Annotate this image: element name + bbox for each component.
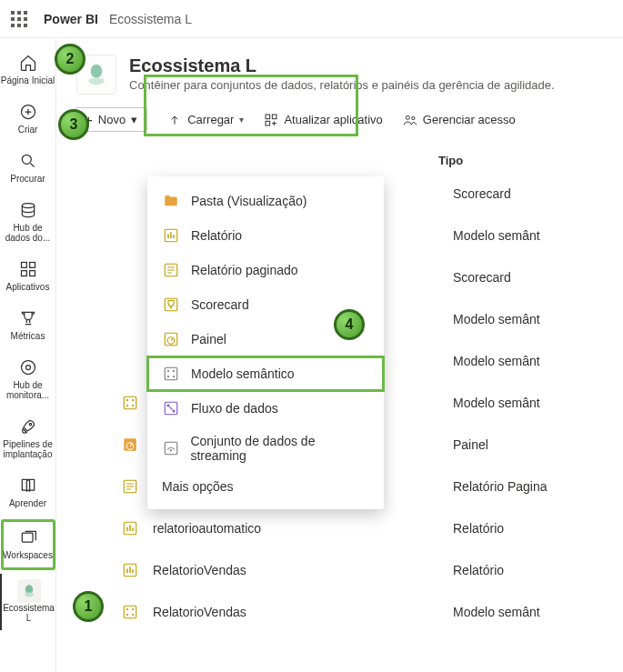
- svg-point-38: [173, 370, 175, 372]
- paginated-report-icon: [120, 476, 140, 496]
- semantic-model-icon: [120, 351, 140, 371]
- apps-icon: [18, 259, 38, 279]
- nav-monitorhub[interactable]: Hub de monitora...: [1, 352, 55, 407]
- svg-point-39: [167, 376, 169, 377]
- semantic-model-icon: [120, 309, 140, 329]
- trophy-icon: [18, 308, 38, 328]
- svg-point-20: [132, 405, 134, 406]
- nav-browse[interactable]: Procurar: [1, 145, 55, 191]
- report-icon: [120, 518, 140, 538]
- upload-icon: [167, 113, 182, 127]
- svg-rect-13: [266, 121, 270, 125]
- plus-icon: +: [85, 112, 93, 127]
- svg-point-29: [126, 614, 128, 616]
- svg-point-45: [170, 449, 172, 451]
- workspace-thumb-icon: [76, 55, 116, 95]
- svg-point-18: [132, 399, 134, 401]
- svg-point-28: [132, 608, 134, 610]
- menu-report[interactable]: Relatório: [147, 218, 384, 253]
- book-icon: [18, 476, 38, 496]
- app-launcher-icon[interactable]: [11, 11, 27, 27]
- chevron-down-icon: ▾: [239, 115, 244, 125]
- svg-rect-44: [165, 442, 177, 455]
- svg-point-14: [406, 115, 409, 119]
- rocket-icon: [18, 416, 38, 436]
- menu-dashboard[interactable]: Painel: [147, 322, 384, 356]
- workspace-description: Contêiner para conjuntos de dados, relat…: [129, 78, 555, 92]
- nav-pipelines[interactable]: Pipelines de implantação: [1, 411, 55, 466]
- svg-rect-5: [21, 271, 26, 276]
- svg-point-43: [173, 410, 176, 413]
- workspace-avatar-icon: [17, 579, 41, 603]
- menu-folder[interactable]: Pasta (Visualização): [147, 184, 384, 218]
- menu-semantic-model[interactable]: Modelo semântico: [147, 356, 384, 391]
- paginated-report-icon: [162, 261, 180, 279]
- svg-rect-11: [266, 115, 270, 119]
- update-app-button[interactable]: Atualizar aplicativo: [264, 113, 382, 127]
- svg-point-30: [132, 614, 134, 616]
- nav-metrics[interactable]: Métricas: [1, 303, 55, 348]
- svg-point-19: [126, 405, 128, 406]
- people-icon: [403, 113, 417, 127]
- new-button[interactable]: + Novo ▾: [75, 107, 147, 132]
- svg-point-42: [167, 405, 170, 407]
- svg-point-7: [21, 361, 35, 375]
- nav-learn[interactable]: Aprender: [1, 470, 55, 516]
- svg-point-9: [29, 423, 32, 426]
- home-icon: [18, 53, 38, 73]
- svg-rect-26: [124, 606, 136, 618]
- svg-rect-3: [21, 263, 26, 268]
- semantic-model-icon: [120, 393, 140, 413]
- table-row[interactable]: RelatorioVendasModelo semânt: [56, 591, 623, 633]
- menu-streaming-dataset[interactable]: Conjunto de dados de streaming: [147, 426, 384, 471]
- col-header-type[interactable]: Tipo: [438, 154, 605, 167]
- chevron-down-icon: ▾: [131, 113, 137, 126]
- streaming-icon: [162, 439, 179, 457]
- folder-icon: [162, 192, 180, 210]
- menu-scorecard[interactable]: Scorecard: [147, 287, 384, 322]
- svg-point-8: [25, 366, 30, 370]
- report-icon: [120, 560, 140, 580]
- breadcrumb-current[interactable]: Ecossistema L: [109, 12, 192, 26]
- dataflow-icon: [162, 399, 180, 417]
- side-nav: Página Inicial Criar Procurar Hub de dad…: [0, 38, 56, 672]
- svg-rect-12: [273, 115, 277, 119]
- col-header-name[interactable]: [75, 154, 438, 167]
- report-icon: [162, 226, 180, 245]
- svg-point-17: [126, 399, 128, 401]
- brand-label: Power BI: [44, 12, 98, 26]
- datahub-icon: [18, 200, 38, 220]
- nav-current-workspace[interactable]: Ecossistema L: [0, 574, 56, 630]
- nav-home[interactable]: Página Inicial: [1, 47, 55, 93]
- dashboard-icon: [120, 435, 140, 455]
- manage-access-button[interactable]: Gerenciar acesso: [403, 113, 516, 127]
- dashboard-icon: [162, 330, 180, 348]
- svg-point-27: [126, 608, 128, 610]
- semantic-model-icon: [120, 602, 140, 622]
- svg-point-1: [22, 155, 31, 164]
- nav-workspaces[interactable]: Workspaces: [1, 519, 55, 570]
- svg-point-15: [411, 116, 414, 119]
- menu-more-options[interactable]: Mais opções: [147, 471, 384, 502]
- nav-apps[interactable]: Aplicativos: [1, 254, 55, 299]
- semantic-model-icon: [120, 226, 140, 246]
- table-row[interactable]: relatorioautomaticoRelatório: [56, 507, 623, 549]
- scorecard-icon: [162, 296, 180, 314]
- table-row[interactable]: RelatorioVendasRelatório: [56, 549, 623, 591]
- svg-rect-4: [29, 263, 35, 268]
- nav-create[interactable]: Criar: [1, 96, 55, 142]
- svg-point-2: [22, 204, 34, 208]
- svg-point-40: [173, 376, 175, 377]
- workspaces-icon: [18, 527, 38, 547]
- svg-rect-6: [29, 271, 35, 276]
- menu-paginated-report[interactable]: Relatório paginado: [147, 253, 384, 287]
- svg-rect-10: [22, 533, 33, 542]
- upload-button[interactable]: Carregar ▾: [167, 113, 244, 127]
- scorecard-icon: [120, 184, 140, 204]
- nav-datahub[interactable]: Hub de dados do...: [1, 195, 55, 250]
- search-icon: [18, 151, 38, 171]
- menu-dataflow[interactable]: Fluxo de dados: [147, 391, 384, 426]
- scorecard-icon: [120, 267, 140, 287]
- plus-circle-icon: [18, 102, 38, 122]
- workspace-title: Ecossistema L: [129, 55, 555, 76]
